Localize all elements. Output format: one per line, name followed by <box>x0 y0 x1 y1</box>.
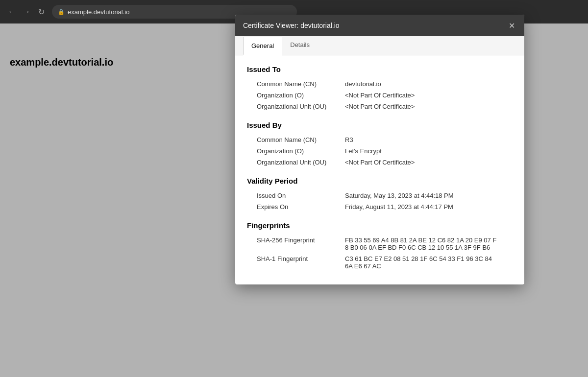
issued-to-ou-label: Organizational Unit (OU) <box>257 103 345 110</box>
cert-content: Issued To Common Name (CN) devtutorial.i… <box>235 55 524 284</box>
issued-to-ou-value: <Not Part Of Certificate> <box>345 103 415 110</box>
nav-buttons: ← → ↻ <box>6 6 47 18</box>
sha256-value: FB 33 55 69 A4 8B 81 2A BE 12 C6 82 1A 2… <box>345 236 497 251</box>
issued-by-org: Organization (O) Let's Encrypt <box>247 146 513 156</box>
expires-on-label: Expires On <box>257 203 345 211</box>
issued-to-org-value: <Not Part Of Certificate> <box>345 92 415 99</box>
tab-bar: General Details <box>235 36 524 55</box>
sha1-label: SHA-1 Fingerprint <box>257 255 345 270</box>
tab-general[interactable]: General <box>243 37 282 55</box>
issued-to-ou: Organizational Unit (OU) <Not Part Of Ce… <box>247 102 513 111</box>
certificate-viewer-dialog: Certificate Viewer: devtutorial.io ✕ Gen… <box>235 15 524 284</box>
issued-by-org-value: Let's Encrypt <box>345 147 382 155</box>
sha256-fingerprint: SHA-256 Fingerprint FB 33 55 69 A4 8B 81… <box>247 236 513 252</box>
issued-by-org-label: Organization (O) <box>257 147 345 155</box>
sha256-label: SHA-256 Fingerprint <box>257 236 345 251</box>
tab-details[interactable]: Details <box>282 36 318 55</box>
issued-on-value: Saturday, May 13, 2023 at 4:44:18 PM <box>345 192 454 199</box>
validity-period-heading: Validity Period <box>247 177 513 185</box>
sha1-value: C3 61 BC E7 E2 08 51 28 1F 6C 54 33 F1 9… <box>345 255 497 270</box>
lock-icon: 🔒 <box>58 9 65 15</box>
issued-on-label: Issued On <box>257 192 345 199</box>
dialog-title: Certificate Viewer: devtutorial.io <box>243 22 340 29</box>
issued-by-heading: Issued By <box>247 121 513 129</box>
issued-by-cn-label: Common Name (CN) <box>257 136 345 143</box>
issued-by-ou-label: Organizational Unit (OU) <box>257 159 345 166</box>
issued-to-cn-value: devtutorial.io <box>345 80 381 88</box>
issued-on: Issued On Saturday, May 13, 2023 at 4:44… <box>247 191 513 200</box>
dialog-header: Certificate Viewer: devtutorial.io ✕ <box>235 15 524 36</box>
issued-by-cn-value: R3 <box>345 136 353 143</box>
issued-by-cn: Common Name (CN) R3 <box>247 135 513 144</box>
forward-button[interactable]: → <box>21 6 32 18</box>
refresh-button[interactable]: ↻ <box>35 6 47 18</box>
close-button[interactable]: ✕ <box>507 21 516 30</box>
issued-to-org-label: Organization (O) <box>257 92 345 99</box>
issued-by-ou-value: <Not Part Of Certificate> <box>345 159 415 166</box>
issued-to-cn-label: Common Name (CN) <box>257 80 345 88</box>
expires-on: Expires On Friday, August 11, 2023 at 4:… <box>247 202 513 212</box>
issued-by-ou: Organizational Unit (OU) <Not Part Of Ce… <box>247 158 513 167</box>
url-text: example.devtutorial.io <box>68 8 129 16</box>
fingerprints-heading: Fingerprints <box>247 221 513 230</box>
issued-to-heading: Issued To <box>247 65 513 73</box>
sha1-fingerprint: SHA-1 Fingerprint C3 61 BC E7 E2 08 51 2… <box>247 254 513 271</box>
issued-to-org: Organization (O) <Not Part Of Certificat… <box>247 91 513 100</box>
back-button[interactable]: ← <box>6 6 18 18</box>
expires-on-value: Friday, August 11, 2023 at 4:44:17 PM <box>345 203 453 211</box>
issued-to-cn: Common Name (CN) devtutorial.io <box>247 79 513 89</box>
